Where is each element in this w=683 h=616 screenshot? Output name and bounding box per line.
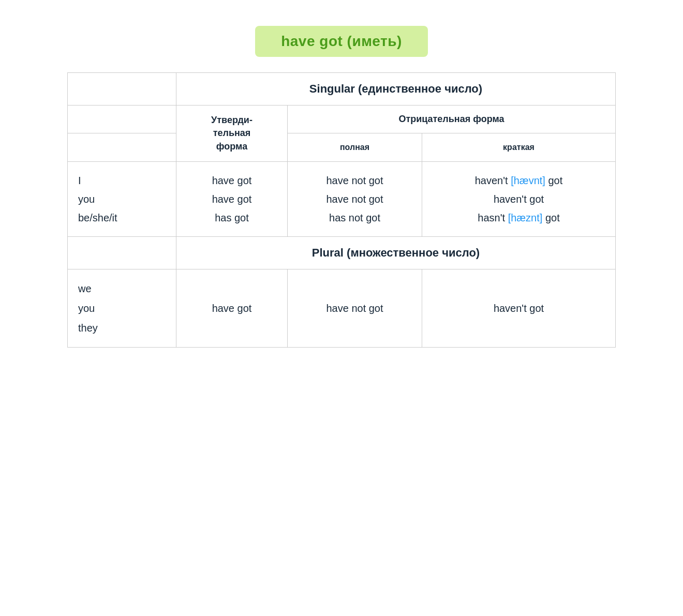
negative-full-subheader: полная <box>288 133 422 162</box>
singular-pronouns: Iyoube/she/it <box>68 162 176 237</box>
plural-header: Plural (множественное число) <box>176 237 616 269</box>
title-wrapper: have got (иметь) <box>67 26 616 57</box>
plural-negative-full: have not got <box>288 269 422 348</box>
empty-top-left <box>68 73 176 106</box>
negative-short-subheader: краткая <box>422 133 616 162</box>
main-table: Singular (единственное число) Утверди-те… <box>67 72 616 348</box>
plural-data-row: weyouthey have got have not got haven't … <box>68 269 616 348</box>
negative-subheader-row: полная краткая <box>68 133 616 162</box>
page-container: have got (иметь) Singular (единственное … <box>57 10 626 363</box>
empty-neg-sub-left <box>68 133 176 162</box>
negative-header-main: Отрицательная форма <box>288 106 616 133</box>
sub-header-row: Утверди-тельнаяформа Отрицательная форма <box>68 106 616 133</box>
title-badge: have got (иметь) <box>255 26 428 57</box>
plural-affirmative: have got <box>176 269 288 348</box>
affirmative-header: Утверди-тельнаяформа <box>176 106 288 162</box>
singular-data-row: Iyoube/she/it have gothave gothas got ha… <box>68 162 616 237</box>
plural-negative-short: haven't got <box>422 269 616 348</box>
affirmative-header-text: Утверди-тельнаяформа <box>211 115 253 151</box>
phonetic-haevnt: [hævnt] <box>511 175 545 186</box>
singular-header: Singular (единственное число) <box>176 73 616 106</box>
plural-header-row: Plural (множественное число) <box>68 237 616 269</box>
plural-pronouns: weyouthey <box>68 269 176 348</box>
singular-negative-short: haven't [hævnt] got haven't got hasn't [… <box>422 162 616 237</box>
phonetic-haeznt: [hæznt] <box>508 212 543 223</box>
singular-header-row: Singular (единственное число) <box>68 73 616 106</box>
singular-affirmative: have gothave gothas got <box>176 162 288 237</box>
empty-sub-left <box>68 106 176 133</box>
singular-negative-full: have not gothave not gothas not got <box>288 162 422 237</box>
empty-plural-left <box>68 237 176 269</box>
